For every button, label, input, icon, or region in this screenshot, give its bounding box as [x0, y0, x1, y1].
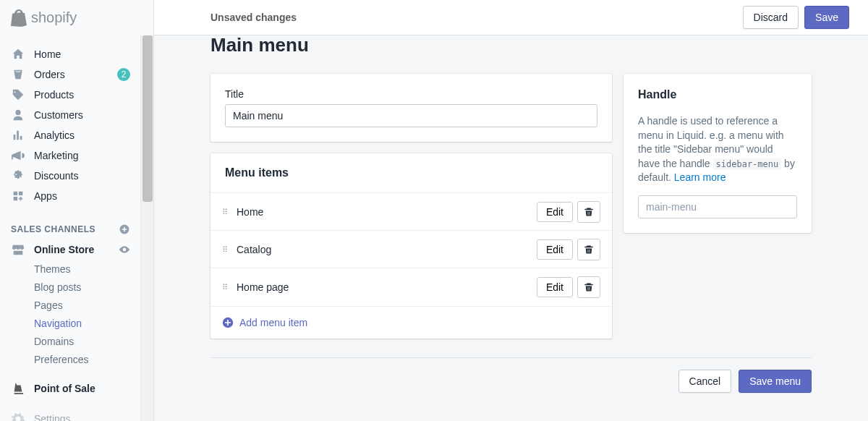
scrollbar-thumb[interactable] — [142, 35, 153, 202]
scrollbar-track[interactable] — [140, 35, 153, 421]
sub-pages[interactable]: Pages — [34, 296, 141, 314]
add-menu-item-label: Add menu item — [239, 317, 307, 328]
plus-circle-icon — [222, 317, 234, 328]
menu-item-row: ⠿ Home Edit — [210, 193, 612, 231]
trash-icon — [584, 207, 594, 217]
handle-input[interactable] — [638, 195, 797, 218]
nav-label: Settings — [34, 413, 130, 421]
sub-themes[interactable]: Themes — [34, 260, 141, 278]
add-menu-item[interactable]: Add menu item — [210, 306, 612, 339]
sub-label: Preferences — [34, 354, 88, 365]
trash-icon — [584, 244, 594, 255]
main: Main menu Title Menu items ⠿ Home Edit — [154, 35, 868, 421]
nav-label: Orders — [34, 69, 117, 80]
chart-icon — [11, 128, 25, 143]
nav-label: Online Store — [34, 244, 119, 255]
heading-label: SALES CHANNELS — [11, 224, 119, 234]
edit-button[interactable]: Edit — [537, 202, 573, 222]
nav-label: Apps — [34, 190, 130, 202]
save-button[interactable]: Save — [804, 6, 849, 29]
add-channel-icon[interactable] — [119, 224, 130, 235]
person-icon — [11, 108, 25, 122]
nav-customers[interactable]: Customers — [0, 105, 141, 125]
sub-label: Navigation — [34, 318, 82, 329]
nav-settings[interactable]: Settings — [0, 409, 141, 421]
nav-label: Marketing — [34, 150, 130, 161]
apps-icon — [11, 189, 25, 203]
menu-items-card: Menu items ⠿ Home Edit ⠿ Catalog Edit — [210, 153, 612, 339]
sub-label: Pages — [34, 299, 63, 311]
nav-online-store[interactable]: Online Store — [0, 239, 141, 260]
cancel-button[interactable]: Cancel — [678, 370, 732, 393]
tag-icon — [11, 88, 25, 102]
sub-domains[interactable]: Domains — [34, 332, 141, 350]
menu-item-row: ⠿ Home page Edit — [210, 268, 612, 306]
handle-code: sidebar-menu — [713, 158, 782, 170]
nav-home[interactable]: Home — [0, 44, 141, 64]
sub-label: Blog posts — [34, 281, 81, 293]
nav-discounts[interactable]: Discounts — [0, 166, 141, 186]
footer-actions: Cancel Save menu — [210, 357, 812, 404]
drag-handle-icon[interactable]: ⠿ — [222, 248, 229, 251]
nav-apps[interactable]: Apps — [0, 186, 141, 206]
handle-title: Handle — [638, 88, 797, 101]
title-input[interactable] — [225, 104, 597, 127]
view-store-icon[interactable] — [119, 244, 130, 255]
title-label: Title — [225, 88, 597, 100]
nav-analytics[interactable]: Analytics — [0, 125, 141, 145]
sidebar: shopify Home Orders 2 Products Customers… — [0, 0, 154, 421]
menu-item-label: Home — [237, 206, 537, 218]
orders-icon — [11, 67, 25, 82]
discount-icon — [11, 169, 25, 183]
nav-point-of-sale[interactable]: Point of Sale — [0, 378, 141, 399]
topbar: Unsaved changes Discard Save — [154, 0, 868, 35]
sub-label: Themes — [34, 263, 71, 275]
nav-label: Discounts — [34, 170, 130, 182]
delete-button[interactable] — [577, 201, 600, 223]
menu-item-row: ⠿ Catalog Edit — [210, 231, 612, 268]
nav-marketing[interactable]: Marketing — [0, 145, 141, 166]
nav-label: Analytics — [34, 129, 130, 141]
title-card: Title — [210, 74, 612, 142]
drag-handle-icon[interactable]: ⠿ — [222, 210, 229, 213]
trash-icon — [584, 282, 594, 292]
delete-button[interactable] — [577, 276, 600, 298]
shopify-bag-icon — [11, 9, 27, 27]
logo-text: shopify — [31, 9, 77, 26]
sub-blog-posts[interactable]: Blog posts — [34, 278, 141, 296]
pos-icon — [11, 381, 25, 396]
online-store-submenu: Themes Blog posts Pages Navigation Domai… — [0, 260, 141, 368]
handle-description: A handle is used to reference a menu in … — [638, 114, 797, 185]
handle-card: Handle A handle is used to reference a m… — [624, 74, 812, 233]
nav-label: Point of Sale — [34, 383, 130, 394]
gear-icon — [11, 412, 25, 421]
home-icon — [11, 47, 25, 61]
orders-badge: 2 — [117, 68, 130, 81]
page-title: Main menu — [210, 35, 812, 56]
megaphone-icon — [11, 148, 25, 163]
sub-navigation[interactable]: Navigation — [34, 314, 141, 332]
logo[interactable]: shopify — [0, 0, 153, 35]
learn-more-link[interactable]: Learn more — [674, 171, 726, 183]
sales-channels-heading: SALES CHANNELS — [0, 219, 141, 239]
drag-handle-icon[interactable]: ⠿ — [222, 286, 229, 289]
delete-button[interactable] — [577, 239, 600, 260]
edit-button[interactable]: Edit — [537, 277, 573, 297]
menu-item-label: Catalog — [237, 244, 537, 255]
nav: Home Orders 2 Products Customers Analyti… — [0, 35, 141, 421]
menu-item-label: Home page — [237, 281, 537, 293]
sub-label: Domains — [34, 336, 74, 347]
save-menu-button[interactable]: Save menu — [739, 370, 812, 393]
edit-button[interactable]: Edit — [537, 239, 573, 260]
store-icon — [11, 242, 25, 257]
nav-orders[interactable]: Orders 2 — [0, 64, 141, 85]
nav-products[interactable]: Products — [0, 85, 141, 105]
menu-items-header: Menu items — [210, 153, 612, 193]
sub-preferences[interactable]: Preferences — [34, 350, 141, 368]
nav-label: Customers — [34, 109, 130, 121]
nav-label: Home — [34, 48, 130, 60]
nav-label: Products — [34, 89, 130, 101]
unsaved-status: Unsaved changes — [210, 12, 743, 23]
discard-button[interactable]: Discard — [743, 6, 799, 29]
